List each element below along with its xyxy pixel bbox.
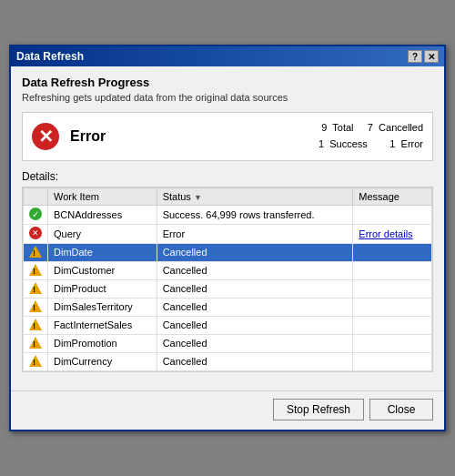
warning-icon xyxy=(29,300,42,312)
table-row[interactable]: FactInternetSalesCancelled xyxy=(24,316,432,334)
table-row[interactable]: DimPromotionCancelled xyxy=(24,334,432,352)
message-cell xyxy=(353,243,432,261)
status-cell: Error xyxy=(157,224,353,243)
row-icon-cell xyxy=(24,316,48,334)
status-box: ✕ Error 9 Total 7 Cancelled 1 Success 1 … xyxy=(22,112,433,160)
row-icon-cell xyxy=(24,205,48,224)
table-row[interactable]: BCNAddressesSuccess. 64,999 rows transfe… xyxy=(24,205,432,224)
warning-icon xyxy=(29,246,42,258)
stats-panel: 9 Total 7 Cancelled 1 Success 1 Error xyxy=(318,120,423,152)
row-icon-cell xyxy=(24,334,48,352)
message-cell xyxy=(353,334,432,352)
row-icon-cell xyxy=(24,279,48,298)
table-row[interactable]: DimCurrencyCancelled xyxy=(24,352,432,370)
table-row[interactable]: DimCustomerCancelled xyxy=(24,261,432,279)
status-cell: Cancelled xyxy=(157,298,353,316)
details-table-container: Work Item Status ▼ Message BCNAddressesS… xyxy=(22,187,433,372)
message-cell xyxy=(353,261,432,279)
message-cell xyxy=(353,205,432,224)
table-row[interactable]: QueryErrorError details xyxy=(24,224,432,243)
status-cell: Cancelled xyxy=(157,279,353,298)
footer: Stop Refresh Close xyxy=(11,390,444,430)
table-row[interactable]: DimDateCancelled xyxy=(24,243,432,261)
row-icon-cell xyxy=(24,298,48,316)
status-header: Status ▼ xyxy=(157,187,353,205)
error-icon xyxy=(29,227,42,239)
work-item-cell: BCNAddresses xyxy=(48,205,157,224)
cancelled-value: 7 xyxy=(368,122,373,133)
work-item-cell: DimDate xyxy=(48,243,157,261)
status-cell: Cancelled xyxy=(157,334,353,352)
dialog-body: Data Refresh Progress Refreshing gets up… xyxy=(11,66,444,390)
error-details-link[interactable]: Error details xyxy=(359,228,412,239)
section-subtitle: Refreshing gets updated data from the or… xyxy=(22,92,433,103)
warning-icon xyxy=(29,282,42,294)
total-label: Total xyxy=(332,122,353,133)
work-item-cell: DimSalesTerritory xyxy=(48,298,157,316)
total-value: 9 xyxy=(321,122,327,133)
warning-icon xyxy=(29,355,42,367)
table-body: BCNAddressesSuccess. 64,999 rows transfe… xyxy=(24,205,432,370)
work-item-cell: FactInternetSales xyxy=(48,316,157,334)
status-cell: Cancelled xyxy=(157,261,353,279)
success-label: Success xyxy=(329,138,368,149)
status-cell: Success. 64,999 rows transferred. xyxy=(157,205,353,224)
work-item-cell: DimCustomer xyxy=(48,261,157,279)
warning-icon xyxy=(29,264,42,276)
dialog-window: Data Refresh ? ✕ Data Refresh Progress R… xyxy=(9,45,446,430)
work-item-cell: DimProduct xyxy=(48,279,157,298)
row-icon-cell xyxy=(24,352,48,370)
success-value: 1 xyxy=(318,138,324,149)
row-icon-cell xyxy=(24,224,48,243)
section-title: Data Refresh Progress xyxy=(22,76,433,89)
warning-icon xyxy=(29,319,42,330)
status-cell: Cancelled xyxy=(157,243,353,261)
row-icon-cell xyxy=(24,243,48,261)
work-item-header: Work Item xyxy=(48,187,157,205)
work-item-cell: DimCurrency xyxy=(48,352,157,370)
message-cell xyxy=(353,279,432,298)
sort-arrow-icon: ▼ xyxy=(194,193,202,202)
message-cell xyxy=(353,352,432,370)
status-cell: Cancelled xyxy=(157,352,353,370)
success-icon xyxy=(29,208,42,220)
work-item-cell: Query xyxy=(48,224,157,243)
table-row[interactable]: DimProductCancelled xyxy=(24,279,432,298)
error-label: Error xyxy=(401,138,423,149)
message-cell xyxy=(353,298,432,316)
cancelled-label: Cancelled xyxy=(379,122,423,133)
message-cell xyxy=(353,316,432,334)
work-item-cell: DimPromotion xyxy=(48,334,157,352)
status-cell: Cancelled xyxy=(157,316,353,334)
table-header-row: Work Item Status ▼ Message xyxy=(24,187,432,205)
dialog-title: Data Refresh xyxy=(16,50,84,63)
details-table: Work Item Status ▼ Message BCNAddressesS… xyxy=(23,187,432,371)
help-button[interactable]: ? xyxy=(408,50,422,63)
warning-icon xyxy=(29,337,42,349)
window-close-button[interactable]: ✕ xyxy=(424,50,439,63)
stop-refresh-button[interactable]: Stop Refresh xyxy=(273,399,364,420)
stats-row-1: 9 Total 7 Cancelled xyxy=(318,120,423,137)
details-label: Details: xyxy=(22,170,433,183)
icon-column-header xyxy=(24,187,48,205)
message-cell[interactable]: Error details xyxy=(353,224,432,243)
error-icon: ✕ xyxy=(32,123,59,150)
row-icon-cell xyxy=(24,261,48,279)
status-label: Error xyxy=(70,128,318,145)
error-value: 1 xyxy=(389,138,395,149)
stats-row-2: 1 Success 1 Error xyxy=(318,137,423,153)
title-bar-buttons: ? ✕ xyxy=(408,50,439,63)
title-bar: Data Refresh ? ✕ xyxy=(11,46,444,66)
close-button[interactable]: Close xyxy=(369,399,433,420)
table-row[interactable]: DimSalesTerritoryCancelled xyxy=(24,298,432,316)
message-header: Message xyxy=(353,187,432,205)
